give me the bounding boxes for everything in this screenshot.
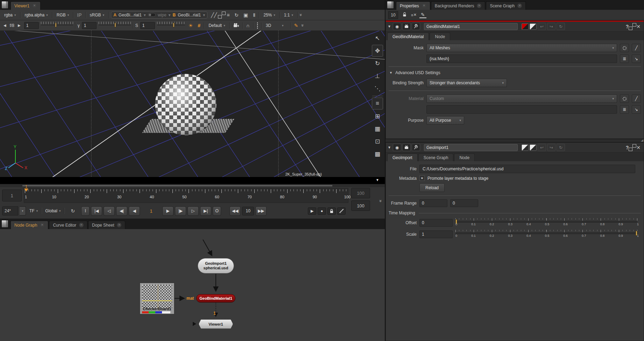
scene-tree-button[interactable]: ≣ bbox=[620, 55, 629, 63]
timeline-filter-select[interactable]: TF ▾ bbox=[27, 207, 40, 214]
tab-node-graph[interactable]: Node Graph ✕ bbox=[10, 221, 48, 229]
tab-dope-sheet[interactable]: Dope Sheet ✕ bbox=[88, 221, 125, 229]
tab-curve-editor[interactable]: Curve Editor ✕ bbox=[49, 221, 87, 229]
range-start-field[interactable]: 1 bbox=[2, 190, 22, 201]
frame-range-scope-select[interactable]: Global ▾ bbox=[43, 207, 63, 214]
tab-geobindmaterial[interactable]: GeoBindMaterial bbox=[387, 33, 429, 40]
uv-view-button[interactable]: ⊞ bbox=[372, 110, 383, 122]
mask-dropdown[interactable]: All Meshes ▾ bbox=[426, 44, 617, 52]
gaussian-curve-icon[interactable]: ∩ bbox=[245, 22, 251, 29]
frame-view-button[interactable]: ⊡ bbox=[372, 135, 383, 147]
scale-field[interactable]: 1 bbox=[419, 230, 453, 238]
gl-color-swatch[interactable] bbox=[530, 23, 537, 30]
gain-slider-handle[interactable] bbox=[55, 23, 57, 27]
layer-select[interactable]: rgba ▾ bbox=[2, 12, 18, 19]
timeline-scrollbar[interactable] bbox=[0, 184, 385, 187]
saturation-slider-handle[interactable] bbox=[173, 23, 175, 27]
monitor-button[interactable] bbox=[402, 23, 411, 30]
monitor-button[interactable] bbox=[402, 144, 411, 151]
center-node-button[interactable]: ◉ bbox=[393, 23, 401, 30]
reload-button[interactable]: Reload bbox=[419, 183, 445, 192]
step-back-button[interactable]: ◀| bbox=[116, 206, 127, 216]
fps-dropdown[interactable]: ▾ bbox=[20, 206, 26, 215]
unlock-icon[interactable] bbox=[401, 12, 408, 18]
flipbook-button[interactable]: ▶ bbox=[308, 207, 316, 215]
playback-mode-icon[interactable]: ↻ bbox=[69, 208, 76, 214]
3d-lighting-icon[interactable]: ☀ bbox=[187, 22, 194, 29]
node-geoimport1[interactable]: GeoImport1 spherical.usd bbox=[198, 258, 234, 273]
close-icon[interactable]: ✕ bbox=[477, 3, 481, 8]
material-pattern-field[interactable] bbox=[426, 105, 617, 114]
frame-range-start-field[interactable]: 0 bbox=[419, 199, 447, 207]
material-gear-button[interactable] bbox=[620, 94, 629, 103]
tab-geoimport-scene-graph[interactable]: Scene Graph bbox=[418, 154, 454, 161]
range-end-field[interactable]: 100 bbox=[351, 188, 370, 198]
offset-field[interactable]: 0 bbox=[419, 219, 453, 227]
roi-icon[interactable]: ▣ bbox=[242, 12, 249, 18]
record-button[interactable]: ● bbox=[318, 207, 326, 215]
overflow-chevron-icon[interactable]: » bbox=[300, 24, 306, 27]
close-icon[interactable]: ✕ bbox=[422, 3, 426, 8]
mask-pen-button[interactable]: ╱ bbox=[632, 44, 641, 52]
node-name-field[interactable]: GeoImport1 bbox=[424, 144, 518, 151]
quad-view-button[interactable]: ▦ bbox=[372, 123, 383, 135]
close-icon[interactable]: ✕ bbox=[40, 223, 44, 227]
node-geobindmaterial1[interactable]: GeoBindMaterial1 bbox=[196, 294, 235, 303]
color-sample-icon[interactable]: ✎ bbox=[293, 22, 300, 29]
wipe-select[interactable]: wipe bbox=[158, 13, 167, 17]
alpha-select[interactable]: rgba.alpha ▾ bbox=[23, 12, 50, 19]
b-buffer-select[interactable]: GeoBi...rial1 bbox=[178, 13, 201, 17]
node-viewer1[interactable]: Viewer1 bbox=[199, 319, 233, 329]
gamma-field[interactable]: 1 bbox=[82, 22, 97, 29]
zoom-select[interactable]: 25% ▾ bbox=[261, 12, 277, 19]
tab-viewer1[interactable]: Viewer1 ✕ bbox=[10, 1, 41, 10]
advanced-usd-settings-group[interactable]: ▼ Advanced USD Settings bbox=[389, 70, 641, 75]
float-window-icon[interactable] bbox=[631, 147, 634, 148]
material-pen-button[interactable]: ╱ bbox=[632, 94, 641, 103]
close-icon[interactable]: ✕ bbox=[79, 223, 84, 227]
channels-select[interactable]: RGB ▾ bbox=[55, 12, 71, 19]
viewer-3d-viewport[interactable]: Y X Z 2K_Super_35(full-ap) ↖ ✥ ↻ ⊥ ⋱ ≡ ⊞… bbox=[0, 31, 385, 177]
undo-icon[interactable]: ↩ bbox=[538, 144, 546, 151]
frame-increment-field[interactable]: 10 bbox=[242, 207, 254, 215]
skip-back-button[interactable]: ◀◀ bbox=[229, 206, 241, 216]
file-path-field[interactable]: C:/Users/Documents/Practice/spherical.us… bbox=[419, 165, 635, 173]
grid-overlay-icon[interactable]: # bbox=[196, 22, 202, 29]
gl-color-swatch[interactable] bbox=[530, 144, 537, 151]
tab-geoimport-node[interactable]: Node bbox=[454, 154, 475, 161]
saturation-field[interactable]: 1 bbox=[140, 22, 155, 29]
layout-tool-button[interactable]: ≡ bbox=[372, 98, 383, 109]
center-node-button[interactable]: ◉ bbox=[393, 144, 401, 151]
tab-geobind-node[interactable]: Node bbox=[430, 33, 450, 40]
scale-slider[interactable]: 00.10.20.30.40.50.60.70.80.91 bbox=[455, 230, 637, 239]
skip-forward-button[interactable]: ▶▶ bbox=[255, 206, 267, 216]
revert-icon[interactable]: ↻ bbox=[557, 23, 565, 30]
input-process-button[interactable]: IP bbox=[76, 12, 83, 18]
pane-menu-icon[interactable] bbox=[1, 1, 8, 9]
play-backward-button[interactable]: ◀ bbox=[129, 206, 140, 216]
tab-properties[interactable]: Properties ✕ bbox=[396, 1, 430, 10]
fps-field[interactable]: 24* bbox=[2, 206, 18, 215]
pick-from-viewer-button[interactable]: ↘ bbox=[632, 55, 641, 63]
ratio-select[interactable]: 1:1 ▾ bbox=[282, 12, 295, 19]
gamma-slider-handle[interactable] bbox=[114, 23, 116, 27]
proxy-mode-icon[interactable]: ╱╱ bbox=[210, 12, 218, 18]
region-select-button[interactable]: ▩ bbox=[372, 148, 383, 160]
redo-icon[interactable]: ↪ bbox=[547, 144, 555, 151]
colorspace-select[interactable]: sRGB ▾ bbox=[88, 12, 107, 19]
scanline-icon[interactable]: ≡ bbox=[225, 12, 231, 18]
pane-menu-icon[interactable] bbox=[387, 1, 394, 9]
out-marker-button[interactable]: O bbox=[213, 206, 221, 216]
metadata-checkbox[interactable]: ✕ bbox=[419, 176, 425, 181]
next-view-icon[interactable]: ▶ bbox=[16, 23, 22, 28]
undo-icon[interactable]: ↩ bbox=[538, 23, 546, 30]
translate-tool-button[interactable]: ✥ bbox=[372, 45, 383, 57]
prev-keyframe-button[interactable]: ◁ bbox=[104, 206, 115, 216]
a-buffer-select[interactable]: GeoBi...rial1 bbox=[119, 13, 142, 17]
tab-scene-graph[interactable]: Scene Graph ✕ bbox=[486, 1, 526, 10]
last-frame-field[interactable]: 100 bbox=[351, 200, 370, 211]
select-tool-button[interactable]: ↖ bbox=[372, 32, 383, 44]
node-graph-canvas[interactable]: GeoImport1 spherical.usd CheckerBoard1 m… bbox=[0, 229, 385, 341]
purpose-dropdown[interactable]: All Purpose ▾ bbox=[426, 116, 464, 125]
edit-pencil-icon[interactable]: ✎ bbox=[419, 12, 426, 18]
